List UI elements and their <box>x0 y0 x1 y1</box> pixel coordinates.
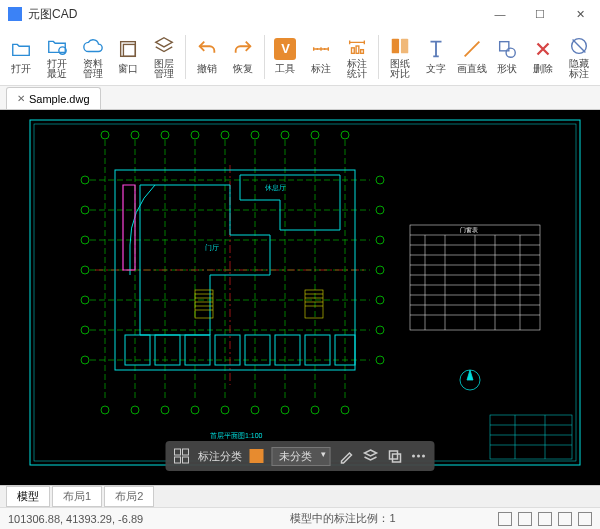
titlebar: 元图CAD — ☐ ✕ <box>0 0 600 28</box>
svg-point-40 <box>161 406 169 414</box>
svg-rect-65 <box>155 335 180 365</box>
ellipsis-icon[interactable] <box>411 448 427 464</box>
hide-annotation-button[interactable]: 隐藏 标注 <box>562 30 596 84</box>
svg-rect-66 <box>185 335 210 365</box>
svg-point-50 <box>81 266 89 274</box>
svg-point-36 <box>311 131 319 139</box>
annotate-stats-button[interactable]: 标注 统计 <box>340 30 374 84</box>
window-button[interactable]: 窗口 <box>111 30 145 84</box>
annotate-button[interactable]: 标注 <box>304 30 338 84</box>
redo-icon <box>232 38 254 60</box>
svg-rect-70 <box>305 335 330 365</box>
draw-line-button[interactable]: 画直线 <box>455 30 489 84</box>
grid-icon[interactable] <box>174 448 190 464</box>
tab-layout2[interactable]: 布局2 <box>104 486 154 507</box>
tab-model[interactable]: 模型 <box>6 486 50 507</box>
close-button[interactable]: ✕ <box>560 0 600 28</box>
room-label: 休息厅 <box>265 184 286 191</box>
file-tab-label: Sample.dwg <box>29 93 90 105</box>
svg-point-51 <box>81 296 89 304</box>
shape-icon <box>496 38 518 60</box>
category-label: 标注分类 <box>198 449 242 464</box>
status-icons <box>498 512 592 526</box>
svg-point-42 <box>221 406 229 414</box>
layers-small-icon[interactable] <box>363 448 379 464</box>
tools-button[interactable]: V工具 <box>269 30 303 84</box>
svg-point-44 <box>281 406 289 414</box>
file-tab[interactable]: ✕ Sample.dwg <box>6 87 101 109</box>
svg-rect-108 <box>183 457 189 463</box>
room-label: 门厅 <box>205 244 219 251</box>
svg-point-60 <box>376 356 384 364</box>
layers-icon <box>153 35 175 57</box>
svg-point-57 <box>376 266 384 274</box>
svg-point-52 <box>81 326 89 334</box>
svg-point-48 <box>81 206 89 214</box>
folder-clock-icon <box>46 35 68 57</box>
svg-point-59 <box>376 326 384 334</box>
file-tab-bar: ✕ Sample.dwg <box>0 86 600 110</box>
redo-button[interactable]: 恢复 <box>226 30 260 84</box>
status-icon-3[interactable] <box>538 512 552 526</box>
folder-icon <box>10 38 32 60</box>
cloud-icon <box>82 35 104 57</box>
svg-point-112 <box>417 455 420 458</box>
svg-point-58 <box>376 296 384 304</box>
edit-icon[interactable] <box>339 448 355 464</box>
open-button[interactable]: 打开 <box>4 30 38 84</box>
svg-rect-69 <box>275 335 300 365</box>
delete-button[interactable]: 删除 <box>526 30 560 84</box>
drawing-title: 首层平面图1:100 <box>210 432 263 439</box>
status-icon-5[interactable] <box>578 512 592 526</box>
app-title: 元图CAD <box>28 6 480 23</box>
window-icon <box>117 38 139 60</box>
color-swatch[interactable] <box>250 449 264 463</box>
hide-icon <box>568 35 590 57</box>
svg-point-56 <box>376 236 384 244</box>
svg-rect-107 <box>175 457 181 463</box>
status-bar: 101306.88, 41393.29, -6.89 模型中的标注比例：1 <box>0 507 600 529</box>
data-mgmt-button[interactable]: 资料 管理 <box>76 30 110 84</box>
svg-rect-4 <box>356 46 359 53</box>
shape-button[interactable]: 形状 <box>490 30 524 84</box>
undo-button[interactable]: 撤销 <box>190 30 224 84</box>
drawing-compare-button[interactable]: 图纸 对比 <box>383 30 417 84</box>
svg-point-111 <box>412 455 415 458</box>
annotation-float-toolbar: 标注分类 未分类 <box>166 441 435 471</box>
copy-icon[interactable] <box>387 448 403 464</box>
svg-point-30 <box>131 131 139 139</box>
svg-point-32 <box>191 131 199 139</box>
svg-point-38 <box>101 406 109 414</box>
text-button[interactable]: 文字 <box>419 30 453 84</box>
svg-point-43 <box>251 406 259 414</box>
status-icon-1[interactable] <box>498 512 512 526</box>
svg-rect-6 <box>392 38 399 53</box>
line-icon <box>461 38 483 60</box>
open-recent-button[interactable]: 打开 最近 <box>40 30 74 84</box>
svg-point-49 <box>81 236 89 244</box>
app-icon <box>8 7 22 21</box>
cad-viewport[interactable]: 休息厅 门厅 首层平面图1:100 门窗表 <box>0 110 600 485</box>
maximize-button[interactable]: ☐ <box>520 0 560 28</box>
svg-point-34 <box>251 131 259 139</box>
coordinates: 101306.88, 41393.29, -6.89 <box>8 513 188 525</box>
text-icon <box>425 38 447 60</box>
svg-rect-67 <box>215 335 240 365</box>
svg-rect-99 <box>490 415 572 459</box>
layer-mgmt-button[interactable]: 图层 管理 <box>147 30 181 84</box>
cad-drawing: 休息厅 门厅 首层平面图1:100 门窗表 <box>0 110 600 480</box>
status-icon-2[interactable] <box>518 512 532 526</box>
svg-point-41 <box>191 406 199 414</box>
tab-layout1[interactable]: 布局1 <box>52 486 102 507</box>
tools-icon: V <box>274 38 296 60</box>
svg-point-31 <box>161 131 169 139</box>
minimize-button[interactable]: — <box>480 0 520 28</box>
svg-point-35 <box>281 131 289 139</box>
status-icon-4[interactable] <box>558 512 572 526</box>
close-tab-icon[interactable]: ✕ <box>17 93 25 104</box>
svg-rect-5 <box>361 49 364 53</box>
ruler-chart-icon <box>346 35 368 57</box>
svg-rect-109 <box>390 451 398 459</box>
category-dropdown[interactable]: 未分类 <box>272 447 331 466</box>
status-ratio: 模型中的标注比例：1 <box>188 511 498 526</box>
